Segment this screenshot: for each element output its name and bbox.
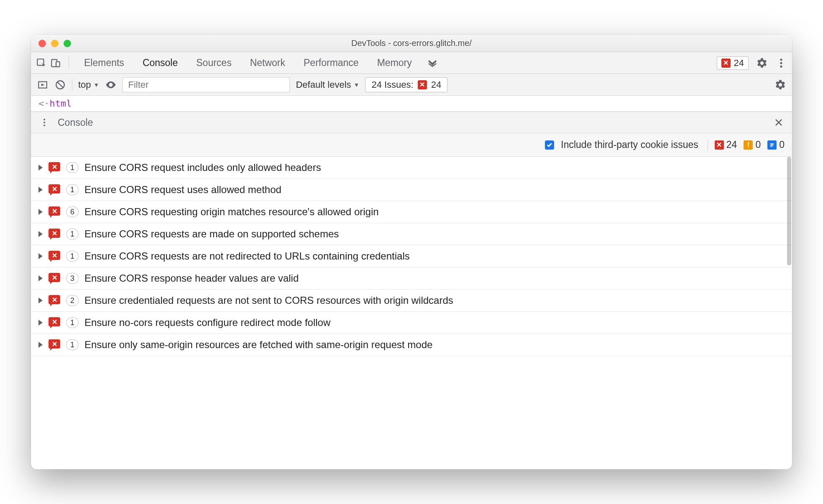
- tab-memory[interactable]: Memory: [370, 52, 419, 74]
- warning-summary-count: 0: [755, 139, 761, 150]
- dropdown-triangle-icon: ▼: [94, 81, 100, 88]
- error-summary[interactable]: ✕ 24: [715, 139, 737, 150]
- error-bubble-icon: ✕: [49, 162, 60, 173]
- error-icon: ✕: [715, 140, 724, 150]
- drawer-header: Console: [31, 112, 792, 133]
- issue-title: Ensure CORS requesting origin matches re…: [84, 206, 379, 218]
- svg-point-3: [780, 59, 782, 61]
- device-toggle-icon[interactable]: [50, 58, 61, 69]
- issue-title: Ensure CORS request uses allowed method: [84, 184, 281, 196]
- info-summary[interactable]: 0: [767, 139, 785, 150]
- log-levels-selector[interactable]: Default levels ▼: [296, 79, 359, 90]
- error-bubble-icon: ✕: [49, 295, 60, 306]
- disclosure-triangle-icon[interactable]: [38, 298, 43, 303]
- tab-performance[interactable]: Performance: [296, 52, 366, 74]
- tab-network[interactable]: Network: [243, 52, 293, 74]
- tab-console[interactable]: Console: [135, 52, 185, 74]
- issues-toolbar: Include third-party cookie issues ✕ 24 !…: [31, 133, 792, 157]
- issue-title: Ensure CORS response header values are v…: [84, 272, 299, 284]
- svg-rect-12: [770, 145, 774, 145]
- window-zoom-button[interactable]: [64, 40, 71, 47]
- issue-row[interactable]: ✕2Ensure credentialed requests are not s…: [31, 290, 792, 312]
- issues-list[interactable]: ✕1Ensure CORS request includes only allo…: [31, 157, 792, 469]
- separator: [69, 57, 69, 69]
- source-text: html: [50, 98, 72, 109]
- tab-elements[interactable]: Elements: [77, 52, 132, 74]
- filter-input[interactable]: [123, 77, 290, 92]
- issue-title: Ensure no-cors requests configure redire…: [84, 317, 330, 328]
- separator: [72, 79, 72, 91]
- issue-row[interactable]: ✕1Ensure no-cors requests configure redi…: [31, 312, 792, 334]
- error-bubble-icon: ✕: [49, 339, 60, 350]
- drawer-title: Console: [58, 117, 93, 128]
- error-bubble-icon: ✕: [49, 251, 60, 262]
- disclosure-triangle-icon[interactable]: [38, 253, 43, 259]
- devtools-window: DevTools - cors-errors.glitch.me/ Elemen…: [31, 35, 792, 469]
- issue-row[interactable]: ✕1Ensure CORS requests are not redirecte…: [31, 245, 792, 267]
- issue-count-pill: 6: [66, 206, 79, 217]
- error-bubble-icon: ✕: [49, 273, 60, 284]
- scrollbar-thumb[interactable]: [787, 157, 791, 265]
- tab-sources[interactable]: Sources: [189, 52, 239, 74]
- execution-context-icon[interactable]: [37, 79, 49, 91]
- svg-rect-2: [56, 61, 60, 66]
- settings-gear-icon[interactable]: [756, 57, 768, 69]
- issue-count-pill: 1: [66, 317, 79, 328]
- issue-count-pill: 1: [66, 162, 79, 173]
- clear-console-icon[interactable]: [54, 79, 66, 91]
- scrollbar-track[interactable]: [787, 157, 791, 469]
- error-count-badge[interactable]: ✕ 24: [717, 56, 749, 70]
- svg-point-5: [780, 65, 782, 67]
- info-icon: [767, 140, 777, 150]
- dropdown-triangle-icon: ▼: [354, 81, 360, 88]
- disclosure-triangle-icon[interactable]: [38, 342, 43, 348]
- live-expression-icon[interactable]: [105, 79, 117, 91]
- levels-label: Default levels: [296, 79, 351, 90]
- warning-icon: !: [744, 140, 753, 150]
- error-icon: ✕: [721, 59, 731, 68]
- issue-row[interactable]: ✕1Ensure CORS requests are made on suppo…: [31, 223, 792, 245]
- issue-row[interactable]: ✕3Ensure CORS response header values are…: [31, 267, 792, 290]
- context-selector[interactable]: top ▼: [78, 79, 99, 90]
- window-title: DevTools - cors-errors.glitch.me/: [31, 38, 792, 48]
- console-settings-gear-icon[interactable]: [774, 79, 786, 91]
- disclosure-triangle-icon[interactable]: [38, 275, 43, 281]
- issue-row[interactable]: ✕1Ensure CORS request includes only allo…: [31, 157, 792, 179]
- issue-count-pill: 1: [66, 339, 79, 350]
- warning-summary[interactable]: ! 0: [744, 139, 761, 150]
- issue-row[interactable]: ✕1Ensure CORS request uses allowed metho…: [31, 179, 792, 201]
- svg-point-9: [43, 122, 45, 123]
- third-party-checkbox-label[interactable]: Include third-party cookie issues: [561, 139, 698, 150]
- disclosure-triangle-icon[interactable]: [38, 231, 43, 237]
- disclosure-triangle-icon[interactable]: [38, 165, 43, 171]
- drawer-close-icon[interactable]: [773, 117, 785, 128]
- info-summary-count: 0: [779, 139, 785, 150]
- issues-count: 24: [431, 79, 441, 90]
- disclosure-triangle-icon[interactable]: [38, 320, 43, 326]
- drawer-menu-icon[interactable]: [38, 117, 50, 128]
- issue-title: Ensure only same-origin resources are fe…: [84, 339, 432, 351]
- window-minimize-button[interactable]: [51, 40, 59, 47]
- error-bubble-icon: ✕: [49, 317, 60, 328]
- issue-count-pill: 2: [66, 295, 79, 306]
- error-icon: ✕: [418, 80, 427, 89]
- separator: [708, 139, 708, 151]
- source-prefix: <·: [38, 98, 50, 109]
- issue-row[interactable]: ✕1Ensure only same-origin resources are …: [31, 334, 792, 356]
- issue-count-pill: 1: [66, 251, 79, 262]
- disclosure-triangle-icon[interactable]: [38, 209, 43, 215]
- issue-count-pill: 3: [66, 273, 79, 284]
- svg-rect-13: [770, 146, 772, 147]
- more-tabs-icon[interactable]: [427, 59, 438, 67]
- issues-counter[interactable]: 24 Issues: ✕ 24: [365, 77, 447, 92]
- inspect-icon[interactable]: [36, 58, 47, 69]
- kebab-menu-icon[interactable]: [775, 57, 787, 69]
- issue-row[interactable]: ✕6Ensure CORS requesting origin matches …: [31, 201, 792, 223]
- issue-title: Ensure CORS requests are not redirected …: [84, 250, 410, 262]
- source-preview-line: <·html: [31, 96, 792, 112]
- third-party-checkbox[interactable]: [545, 140, 554, 150]
- error-bubble-icon: ✕: [49, 184, 60, 195]
- issue-count-pill: 1: [66, 184, 79, 195]
- disclosure-triangle-icon[interactable]: [38, 187, 43, 193]
- window-close-button[interactable]: [38, 40, 46, 47]
